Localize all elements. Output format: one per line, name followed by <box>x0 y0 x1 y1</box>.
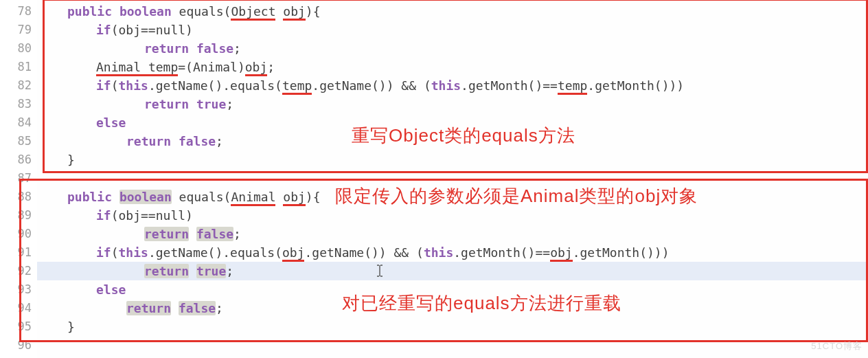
annotation-text-2: 限定传入的参数必须是Animal类型的obj对象 <box>335 187 698 205</box>
line-number: 86 <box>0 150 32 169</box>
line-number: 84 <box>0 113 32 132</box>
code-editor[interactable]: 78 79 80 81 82 83 84 85 86 87 88 89 90 9… <box>0 0 868 358</box>
annotation-box-1 <box>43 0 868 173</box>
watermark: 51CTO博客 <box>811 337 863 355</box>
line-number: 81 <box>0 58 32 76</box>
annotation-text-1: 重写Object类的equals方法 <box>352 126 575 145</box>
annotation-text-3: 对已经重写的equals方法进行重载 <box>342 294 621 313</box>
line-number: 78 <box>0 2 32 21</box>
line-number: 83 <box>0 95 32 113</box>
line-number: 80 <box>0 39 32 58</box>
line-number: 79 <box>0 21 32 39</box>
line-number: 82 <box>0 76 32 95</box>
line-number: 85 <box>0 132 32 150</box>
